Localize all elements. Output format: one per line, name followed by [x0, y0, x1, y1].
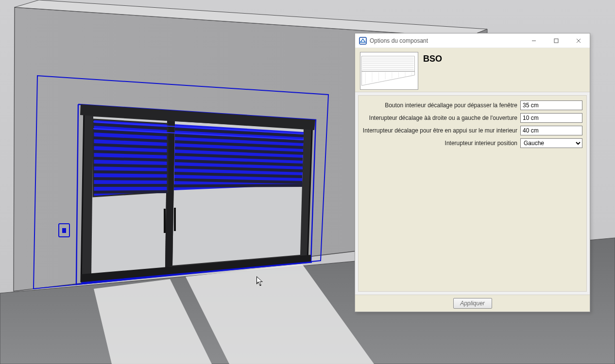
apply-button[interactable]: Appliquer: [453, 298, 492, 309]
component-thumbnail: [360, 52, 418, 90]
dialog-titlebar[interactable]: Options du composant: [355, 33, 590, 48]
minimize-button[interactable]: [523, 33, 545, 48]
dialog-footer: Appliquer: [355, 295, 590, 312]
svg-line-23: [93, 165, 168, 166]
field-row: Interupteur décalage àà droite ou a gauc…: [362, 113, 582, 123]
field-row: Interupteur interieur position Gauche: [362, 138, 582, 148]
svg-line-37: [174, 185, 302, 186]
svg-rect-41: [174, 208, 176, 231]
svg-line-24: [93, 172, 168, 173]
svg-rect-40: [164, 209, 166, 233]
svg-marker-60: [361, 71, 414, 85]
field-label: Interrupteur décalage pour être en appui…: [362, 127, 520, 134]
svg-line-25: [93, 179, 168, 179]
dialog-title: Options du composant: [370, 37, 428, 44]
field-select-switch-position[interactable]: Gauche: [520, 138, 582, 148]
svg-line-22: [93, 158, 168, 160]
field-input-offset-button[interactable]: [520, 100, 582, 110]
app-icon: [359, 37, 367, 45]
field-label: Bouton interieur décallage pour dépasser…: [362, 102, 520, 109]
dialog-header: BSO: [355, 48, 590, 92]
field-input-switch-lr-offset[interactable]: [520, 113, 582, 123]
close-button[interactable]: [567, 33, 590, 48]
field-label: Interupteur décalage àà droite ou a gauc…: [362, 115, 520, 121]
svg-line-27: [93, 192, 168, 192]
options-form: Bouton interieur décallage pour dépasser…: [358, 95, 587, 292]
component-title: BSO: [423, 54, 442, 64]
svg-rect-49: [554, 39, 558, 43]
maximize-button[interactable]: [545, 33, 567, 48]
field-row: Interrupteur décalage pour être en appui…: [362, 126, 582, 135]
field-label: Interupteur interieur position: [362, 140, 520, 147]
svg-rect-8: [62, 228, 66, 233]
field-row: Bouton interieur décallage pour dépasser…: [362, 100, 582, 110]
component-options-dialog: Options du composant: [355, 33, 590, 312]
field-input-switch-wall-offset[interactable]: [520, 126, 582, 135]
